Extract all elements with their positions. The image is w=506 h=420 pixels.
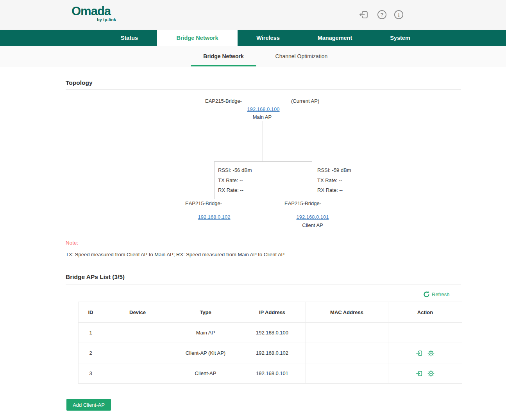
col-header-ip: IP Address: [239, 302, 306, 322]
topology-line-main: [263, 121, 263, 161]
help-icon[interactable]: ?: [377, 10, 387, 20]
client-ap-ip-link[interactable]: 192.168.0.101: [296, 214, 329, 220]
note-text: TX: Speed measured from Client AP to Mai…: [66, 252, 284, 257]
nav-tab-wireless[interactable]: Wireless: [238, 30, 299, 46]
cell-type: Client-AP: [172, 363, 239, 383]
cell-mac: [306, 323, 388, 343]
bridge-aps-list-title: Bridge APs List (3/5): [66, 273, 125, 281]
col-header-id: ID: [79, 302, 103, 322]
subnav-tab-channel-optimization[interactable]: Channel Optimization: [256, 46, 347, 67]
cell-ip: 192.168.0.100: [239, 323, 306, 343]
nav-tab-system[interactable]: System: [371, 30, 429, 46]
col-header-type: Type: [172, 302, 239, 322]
gear-icon[interactable]: [427, 370, 434, 377]
cell-mac: [306, 363, 388, 383]
cell-action: [388, 363, 462, 383]
svg-text:?: ?: [380, 12, 383, 18]
cell-ip: 192.168.0.102: [239, 343, 306, 363]
link-info-left: RSSI: -56 dBm TX Rate: -- RX Rate: --: [218, 165, 252, 195]
add-client-ap-button[interactable]: Add Client-AP: [66, 399, 111, 411]
sub-nav: Bridge Network Channel Optimization: [0, 46, 506, 67]
bridge-aps-list-divider: [66, 284, 461, 284]
table-header-row: ID Device Type IP Address MAC Address Ac…: [79, 302, 462, 323]
topology-title: Topology: [66, 79, 93, 86]
link-info-right: RSSI: -59 dBm TX Rate: -- RX Rate: --: [317, 165, 351, 195]
col-header-mac: MAC Address: [306, 302, 388, 322]
cell-id: 1: [79, 323, 103, 343]
topology-line-horizontal: [214, 161, 312, 162]
gear-icon[interactable]: [427, 350, 434, 357]
page: Omada by tp-link ? i Status Bridge Netwo…: [0, 0, 506, 420]
subnav-tab-bridge-network[interactable]: Bridge Network: [191, 46, 256, 67]
refresh-label: Refresh: [432, 291, 450, 297]
cell-device: [103, 323, 172, 343]
subnav-tab-label: Bridge Network: [203, 53, 243, 59]
table-row: 1 Main AP 192.168.0.100: [79, 323, 462, 343]
nav-tab-status[interactable]: Status: [102, 30, 157, 46]
table-row: 2 Client-AP (Kit AP) 192.168.0.102: [79, 343, 462, 363]
cell-mac: [306, 343, 388, 363]
note-label: Note:: [66, 240, 78, 246]
cell-ip: 192.168.0.101: [239, 363, 306, 383]
main-nav: Status Bridge Network Wireless Managemen…: [0, 30, 506, 46]
refresh-button[interactable]: Refresh: [423, 291, 450, 298]
cell-device: [103, 363, 172, 383]
topology-line-right: [312, 161, 312, 199]
table-row: 3 Client-AP 192.168.0.101: [79, 363, 462, 384]
logout-icon[interactable]: [359, 10, 368, 20]
tx-rate-value: TX Rate: --: [317, 175, 351, 186]
active-tab-underline: [191, 65, 256, 66]
tx-rate-value: TX Rate: --: [218, 175, 252, 186]
topology-line-left: [214, 161, 215, 199]
topology-divider: [66, 89, 461, 90]
cell-action: [388, 343, 462, 363]
cell-type: Client-AP (Kit AP): [172, 343, 239, 363]
login-icon[interactable]: [416, 370, 423, 377]
client-ap-name: EAP215-Bridge-: [176, 200, 231, 206]
rx-rate-value: RX Rate: --: [317, 185, 351, 195]
bridge-aps-table: ID Device Type IP Address MAC Address Ac…: [78, 302, 462, 384]
cell-id: 3: [79, 363, 103, 383]
main-ap-ip-link[interactable]: 192.168.0.100: [247, 106, 279, 112]
col-header-device: Device: [103, 302, 172, 322]
col-header-action: Action: [388, 302, 462, 322]
login-icon[interactable]: [416, 350, 423, 357]
main-ap-current-label: (Current AP): [291, 98, 319, 104]
client-ap-role: Client AP: [285, 222, 340, 228]
refresh-icon: [423, 291, 430, 298]
main-ap-role: Main AP: [235, 114, 290, 120]
cell-action: [388, 323, 462, 343]
main-ap-name: EAP215-Bridge-: [205, 98, 242, 104]
cell-id: 2: [79, 343, 103, 363]
rssi-value: RSSI: -56 dBm: [218, 165, 252, 175]
cell-device: [103, 343, 172, 363]
subnav-tab-label: Channel Optimization: [275, 53, 328, 59]
nav-tab-bridge-network[interactable]: Bridge Network: [157, 30, 238, 46]
top-header: Omada by tp-link ? i: [0, 0, 506, 30]
nav-tab-management[interactable]: Management: [299, 30, 371, 46]
cell-type: Main AP: [172, 323, 239, 343]
info-icon[interactable]: i: [394, 10, 404, 20]
rx-rate-value: RX Rate: --: [218, 185, 252, 195]
svg-text:i: i: [398, 12, 400, 18]
rssi-value: RSSI: -59 dBm: [317, 165, 351, 175]
client-ap-name: EAP215-Bridge-: [275, 200, 330, 206]
client-ap-ip-link[interactable]: 192.168.0.102: [198, 214, 230, 220]
logo-title: Omada: [72, 5, 116, 18]
omada-logo: Omada by tp-link: [72, 5, 116, 22]
